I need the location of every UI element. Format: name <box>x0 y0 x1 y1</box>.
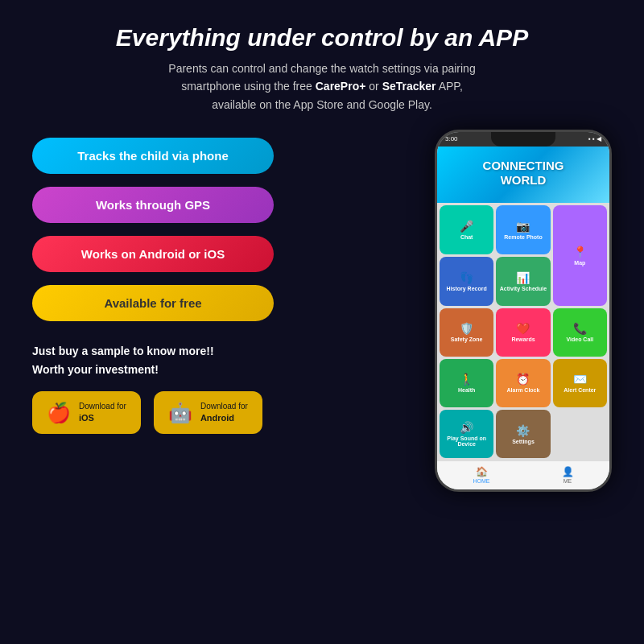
app-cell-photo[interactable]: 📷 Remote Photo <box>496 205 550 254</box>
map-icon: 📍 <box>573 246 587 258</box>
app-grid: 🎤 Chat 📷 Remote Photo 📍 Map 👣 <box>437 203 609 460</box>
user-icon: 👤 <box>562 466 574 477</box>
rewards-icon: ❤️ <box>516 322 530 335</box>
safety-icon: 🛡️ <box>460 322 473 335</box>
phone-header-text: CONNECTINGWORLD <box>483 159 564 188</box>
app-cell-alarm[interactable]: ⏰ Alarm Clock <box>496 359 550 407</box>
activity-icon: 📊 <box>516 271 530 284</box>
apple-icon: 🍎 <box>47 402 71 424</box>
download-ios-button[interactable]: 🍎 Download for iOS <box>32 391 141 434</box>
app-cell-alert[interactable]: ✉️ Alert Center <box>553 359 607 407</box>
settings-icon: ⚙️ <box>516 424 530 437</box>
android-icon: 🤖 <box>168 402 192 424</box>
app-cell-history[interactable]: 👣 History Record <box>440 257 493 306</box>
phone-app-header: CONNECTINGWORLD <box>437 147 609 203</box>
phone-frame: 3:00 ▪ ▪ ◀ CONNECTINGWORLD 🎤 Chat <box>435 130 612 492</box>
phone-bottom-nav: 🏠 HOME 👤 ME <box>437 460 609 489</box>
chat-icon: 🎤 <box>460 220 473 233</box>
phone-section: 3:00 ▪ ▪ ◀ CONNECTINGWORLD 🎤 Chat <box>435 130 612 628</box>
cta-line2: Worth your investment! <box>32 361 419 378</box>
app-cell-map[interactable]: 📍 Map <box>553 205 607 305</box>
feature-pill-free: Available for free <box>32 285 274 321</box>
download-android-button[interactable]: 🤖 Download for Android <box>154 391 262 434</box>
ios-btn-text: Download for iOS <box>79 401 126 424</box>
nav-home[interactable]: 🏠 HOME <box>473 466 490 485</box>
app-cell-video[interactable]: 📞 Video Call <box>553 308 607 357</box>
app-cell-safety[interactable]: 🛡️ Safety Zone <box>440 308 493 357</box>
app2-name: SeTracker <box>382 80 436 93</box>
health-icon: 🚶 <box>460 373 473 386</box>
feature-pill-tracks: Tracks the child via phone <box>32 138 274 174</box>
camera-icon: 📷 <box>516 220 530 233</box>
cta-text: Just buy a sample to know more!! Worth y… <box>32 342 419 378</box>
status-time: 3:00 <box>445 135 458 142</box>
alert-icon: ✉️ <box>573 373 587 386</box>
subtitle-part2: or <box>365 80 382 93</box>
app-cell-sound[interactable]: 🔊 Play Sound on Device <box>440 410 493 458</box>
app-cell-rewards[interactable]: ❤️ Rewards <box>496 308 550 357</box>
content-row: Tracks the child via phone Works through… <box>32 130 612 628</box>
cta-line1: Just buy a sample to know more!! <box>32 342 419 360</box>
feature-pill-android: Works on Android or iOS <box>32 236 274 272</box>
video-icon: 📞 <box>573 322 587 335</box>
home-icon: 🏠 <box>476 466 488 477</box>
download-buttons: 🍎 Download for iOS 🤖 Download for Androi… <box>32 391 419 434</box>
app-cell-activity[interactable]: 📊 Activity Schedule <box>496 257 550 306</box>
main-title: Everything under control by an APP <box>32 24 612 52</box>
phone-notch <box>491 132 555 147</box>
header-section: Everything under control by an APP Paren… <box>32 24 612 114</box>
page-container: Everything under control by an APP Paren… <box>0 0 644 644</box>
status-icons: ▪ ▪ ◀ <box>588 135 601 142</box>
alarm-icon: ⏰ <box>516 373 530 386</box>
feature-pill-gps: Works through GPS <box>32 187 274 223</box>
android-btn-text: Download for Android <box>200 401 248 424</box>
nav-me[interactable]: 👤 ME <box>562 466 574 485</box>
phone-screen: 3:00 ▪ ▪ ◀ CONNECTINGWORLD 🎤 Chat <box>437 132 609 489</box>
left-section: Tracks the child via phone Works through… <box>32 130 419 628</box>
sound-icon: 🔊 <box>460 421 473 434</box>
app-cell-chat[interactable]: 🎤 Chat <box>440 205 493 254</box>
app-cell-settings[interactable]: ⚙️ Settings <box>496 410 550 458</box>
sub-description: Parents can control and change the watch… <box>32 60 612 114</box>
app1-name: CarePro+ <box>316 80 366 93</box>
history-icon: 👣 <box>460 271 473 284</box>
app-cell-health[interactable]: 🚶 Health <box>440 359 493 407</box>
